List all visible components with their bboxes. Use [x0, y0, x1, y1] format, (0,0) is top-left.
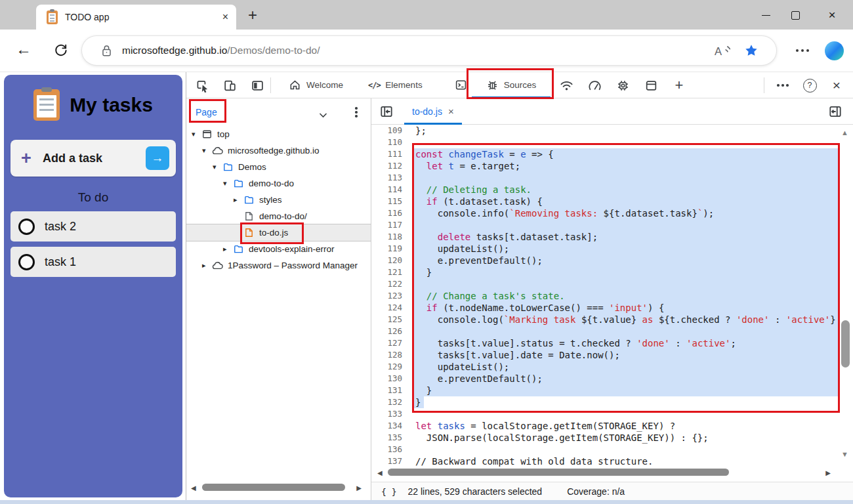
code-line-120[interactable]: 120 e.preventDefault();: [371, 255, 853, 266]
editor-tab-close-icon[interactable]: ×: [448, 106, 454, 117]
favorite-star-icon[interactable]: [744, 43, 759, 58]
tree-expand-icon[interactable]: ▾: [202, 146, 212, 155]
tree-item-microsoftedge-github-io[interactable]: ▾microsoftedge.github.io: [186, 142, 371, 159]
address-bar[interactable]: microsoftedge.github.io/Demos/demo-to-do…: [82, 36, 776, 65]
scroll-down-icon[interactable]: ▼: [841, 450, 848, 458]
devtools-tab-welcome[interactable]: Welcome: [278, 72, 354, 98]
tree-collapse-icon[interactable]: ▸: [234, 196, 243, 204]
code-editor-content[interactable]: 109};110111const changeTask = e => {112 …: [371, 125, 853, 467]
window-maximize-button[interactable]: [783, 5, 807, 25]
tree-expand-icon[interactable]: ▾: [213, 163, 222, 171]
network-conditions-icon[interactable]: [558, 77, 574, 93]
devtools-tab-elements[interactable]: </>Elements: [356, 72, 434, 98]
code-line-136[interactable]: 136: [371, 444, 853, 455]
code-line-135[interactable]: 135 JSON.parse(localStorage.getItem(STOR…: [371, 432, 853, 444]
code-line-130[interactable]: 130 e.preventDefault();: [371, 373, 853, 385]
editor-vertical-scrollbar-thumb[interactable]: [841, 320, 850, 368]
code-line-119[interactable]: 119 updateList();: [371, 243, 853, 255]
hide-navigator-icon[interactable]: [379, 104, 394, 119]
tree-item-devtools-explain-error[interactable]: ▸devtools-explain-error: [186, 241, 371, 257]
submit-task-button[interactable]: →: [146, 146, 169, 170]
browser-settings-menu-icon[interactable]: [791, 46, 814, 55]
performance-icon[interactable]: [587, 77, 602, 93]
chevron-down-icon[interactable]: [319, 109, 327, 116]
scrollbar-thumb[interactable]: [202, 484, 345, 491]
tree-item-top[interactable]: ▾top: [186, 126, 371, 142]
more-options-kebab-icon[interactable]: [350, 105, 362, 119]
more-options-icon[interactable]: [775, 77, 791, 93]
tree-item-demos[interactable]: ▾Demos: [186, 159, 371, 175]
more-tabs-icon[interactable]: +: [671, 77, 687, 93]
window-close-button[interactable]: ×: [820, 5, 844, 25]
code-line-129[interactable]: 129 updateList();: [371, 361, 853, 373]
code-line-109[interactable]: 109};: [371, 125, 853, 136]
tab-close-icon[interactable]: ×: [222, 11, 228, 23]
browser-tab[interactable]: TODO app ×: [36, 5, 236, 30]
tree-expand-icon[interactable]: ▾: [192, 130, 201, 138]
new-tab-button[interactable]: +: [243, 5, 262, 25]
scroll-left-icon[interactable]: ◀: [377, 469, 383, 476]
application-icon[interactable]: [643, 77, 659, 93]
copilot-icon[interactable]: [825, 41, 844, 60]
task-checkbox[interactable]: [18, 254, 35, 270]
read-aloud-icon[interactable]: A: [713, 43, 731, 58]
add-task-field[interactable]: + Add a task →: [10, 140, 176, 177]
code-line-125[interactable]: 125 console.log(`Marking task ${t.value}…: [371, 314, 853, 326]
url-text[interactable]: microsoftedge.github.io/Demos/demo-to-do…: [122, 45, 713, 56]
scroll-right-icon[interactable]: ▶: [825, 469, 831, 476]
devtools-tab-console-drawer[interactable]: [447, 72, 474, 98]
code-line-127[interactable]: 127 tasks[t.value].status = t.checked ? …: [371, 337, 853, 349]
refresh-button[interactable]: [52, 42, 69, 58]
scroll-left-icon[interactable]: ◀: [191, 484, 196, 492]
lock-icon[interactable]: [101, 44, 112, 57]
device-emulation-icon[interactable]: [222, 77, 238, 93]
tree-item-styles[interactable]: ▸styles: [186, 192, 371, 208]
code-line-126[interactable]: 126: [371, 326, 853, 337]
show-debugger-sidebar-icon[interactable]: [828, 104, 843, 119]
tree-item-demo-to-do-[interactable]: demo-to-do/: [186, 208, 371, 224]
code-line-121[interactable]: 121 }: [371, 266, 853, 278]
scroll-up-icon[interactable]: ▲: [841, 129, 848, 136]
code-line-137[interactable]: 137// Backward compat with old data stru…: [371, 455, 853, 467]
code-line-117[interactable]: 117: [371, 219, 853, 231]
devtools-tab-sources[interactable]: Sources: [470, 72, 552, 98]
pretty-print-button[interactable]: { }: [381, 487, 396, 497]
tree-item-to-do-js[interactable]: to-do.js: [186, 224, 371, 241]
back-button[interactable]: ←: [16, 40, 31, 58]
task-row[interactable]: task 2: [10, 211, 176, 242]
editor-tab-to-do-js[interactable]: to-do.js ×: [404, 98, 462, 124]
task-checkbox[interactable]: [18, 219, 35, 235]
code-line-122[interactable]: 122: [371, 278, 853, 290]
close-devtools-icon[interactable]: ×: [829, 77, 844, 93]
code-line-113[interactable]: 113: [371, 172, 853, 184]
code-line-116[interactable]: 116 console.info(`Removing tasks: ${t.da…: [371, 207, 853, 219]
code-line-112[interactable]: 112 let t = e.target;: [371, 160, 853, 172]
editor-horizontal-scrollbar[interactable]: ◀ ▶: [371, 467, 835, 478]
tree-item-demo-to-do[interactable]: ▾demo-to-do: [186, 175, 371, 192]
task-row[interactable]: task 1: [10, 247, 176, 277]
code-line-132[interactable]: 132}: [371, 396, 853, 408]
window-minimize-button[interactable]: [754, 5, 778, 25]
scroll-right-icon[interactable]: ▶: [356, 484, 362, 492]
code-line-110[interactable]: 110: [371, 136, 853, 148]
navigator-tab-page[interactable]: Page: [196, 98, 217, 126]
inspect-icon[interactable]: [194, 77, 210, 93]
tree-collapse-icon[interactable]: ▸: [223, 245, 233, 253]
tree-item-1password-password-manager[interactable]: ▸1Password – Password Manager: [186, 257, 371, 274]
code-line-133[interactable]: 133: [371, 408, 853, 420]
code-line-111[interactable]: 111const changeTask = e => {: [371, 148, 853, 160]
tree-expand-icon[interactable]: ▾: [223, 179, 233, 188]
code-line-115[interactable]: 115 if (t.dataset.task) {: [371, 196, 853, 207]
code-line-131[interactable]: 131 }: [371, 385, 853, 396]
code-line-118[interactable]: 118 delete tasks[t.dataset.task];: [371, 231, 853, 243]
code-line-134[interactable]: 134let tasks = localStorage.getItem(STOR…: [371, 420, 853, 432]
code-line-124[interactable]: 124 if (t.nodeName.toLowerCase() === 'in…: [371, 302, 853, 314]
tree-collapse-icon[interactable]: ▸: [202, 261, 212, 270]
dock-side-icon[interactable]: [249, 77, 265, 93]
scrollbar-thumb[interactable]: [388, 469, 729, 476]
code-line-123[interactable]: 123 // Change a task's state.: [371, 290, 853, 302]
help-icon[interactable]: ?: [802, 77, 818, 93]
code-line-114[interactable]: 114 // Deleting a task.: [371, 184, 853, 196]
memory-icon[interactable]: [615, 77, 631, 93]
code-line-128[interactable]: 128 tasks[t.value].date = Date.now();: [371, 349, 853, 361]
